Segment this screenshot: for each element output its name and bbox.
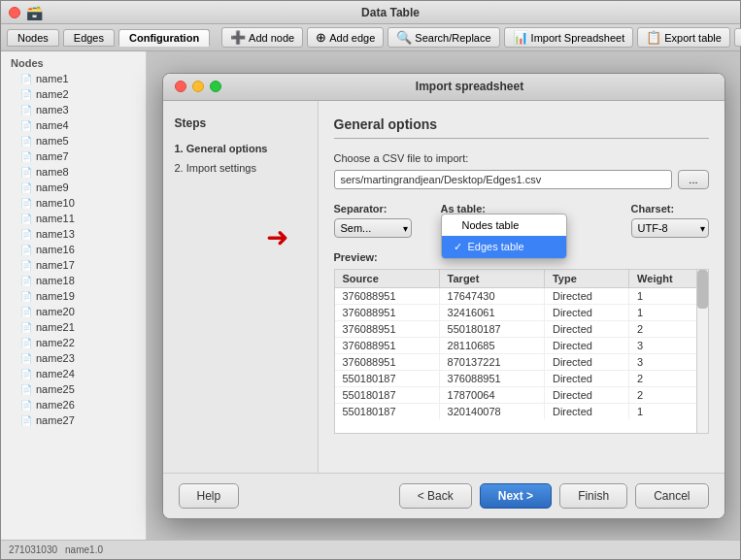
export-table-button[interactable]: 📋 Export table xyxy=(637,27,730,48)
table-cell: Directed xyxy=(544,403,628,419)
step-2: 2. Import settings xyxy=(175,161,306,175)
steps-title: Steps xyxy=(175,116,306,130)
col-source: Source xyxy=(335,270,440,288)
modal-body: Steps 1. General options 2. Import setti… xyxy=(163,101,724,473)
sidebar-item-name18[interactable]: name18 xyxy=(1,273,146,288)
finish-button[interactable]: Finish xyxy=(559,483,627,509)
import-icon: 📊 xyxy=(513,30,528,45)
red-arrow-icon: ➜ xyxy=(266,224,288,251)
col-target: Target xyxy=(439,270,544,288)
modal-close-button[interactable] xyxy=(175,81,186,92)
table-cell: Directed xyxy=(544,304,628,320)
arrow-indicator: ➜ xyxy=(266,224,288,251)
sidebar-header: Nodes xyxy=(1,55,146,71)
table-cell: 320140078 xyxy=(439,403,544,419)
table-cell: Directed xyxy=(544,370,628,386)
tab-nodes[interactable]: Nodes xyxy=(7,29,59,47)
export-icon: 📋 xyxy=(646,30,661,45)
import-spreadsheet-button[interactable]: 📊 Import Spreadsheet xyxy=(504,27,634,48)
next-button[interactable]: Next > xyxy=(480,483,552,509)
sidebar-item-name16[interactable]: name16 xyxy=(1,242,146,257)
table-cell: 550180187 xyxy=(335,386,440,403)
modal-content: General options Choose a CSV file to imp… xyxy=(319,101,724,473)
search-replace-button[interactable]: 🔍 Search/Replace xyxy=(387,27,499,48)
sidebar-item-name4[interactable]: name4 xyxy=(1,117,146,133)
sidebar-item-name24[interactable]: name24 xyxy=(1,366,146,381)
modal-max-button[interactable] xyxy=(210,81,221,92)
separator-label: Separator: xyxy=(334,203,412,214)
add-node-button[interactable]: ➕ Add node xyxy=(221,27,303,48)
tab-edges[interactable]: Edges xyxy=(63,29,115,47)
modal-title: Import spreadsheet xyxy=(227,80,713,93)
sidebar-item-name10[interactable]: name10 xyxy=(1,195,146,211)
browse-button[interactable]: ... xyxy=(678,170,708,189)
file-path-field[interactable]: sers/martingrandjean/Desktop/Edges1.csv xyxy=(334,170,673,189)
scrollbar-thumb[interactable] xyxy=(697,270,708,309)
sidebar-item-name22[interactable]: name22 xyxy=(1,335,146,350)
sidebar-item-name26[interactable]: name26 xyxy=(1,397,146,412)
status-text2: name1.0 xyxy=(65,544,103,555)
as-table-group: As table: Nodes table xyxy=(441,203,486,218)
table-row: 550180187376088951Directed2 xyxy=(335,370,708,386)
window-close-btn[interactable] xyxy=(9,7,20,18)
main-window: 🗃️ Data Table Nodes Edges Configuration … xyxy=(0,0,741,560)
sidebar-item-name13[interactable]: name13 xyxy=(1,226,146,242)
tab-configuration[interactable]: Configuration xyxy=(118,29,210,47)
file-row: sers/martingrandjean/Desktop/Edges1.csv … xyxy=(334,170,709,189)
sidebar-item-name3[interactable]: name3 xyxy=(1,102,146,117)
preview-table: Source Target Type Weight 37608895117647… xyxy=(335,270,708,419)
charset-label: Charset: xyxy=(631,203,709,214)
sidebar-item-name7[interactable]: name7 xyxy=(1,148,146,164)
modal-min-button[interactable] xyxy=(192,81,204,92)
sidebar-item-name19[interactable]: name19 xyxy=(1,288,146,304)
content-area: Nodes name1name2name3name4name5name7name… xyxy=(1,51,740,540)
sidebar-item-name1[interactable]: name1 xyxy=(1,71,146,86)
table-cell: Directed xyxy=(544,353,628,370)
sidebar-item-name23[interactable]: name23 xyxy=(1,350,146,366)
import-modal: Import spreadsheet Steps 1. General opti… xyxy=(162,73,725,519)
modal-title-bar: Import spreadsheet xyxy=(163,74,724,101)
table-cell: 870137221 xyxy=(439,353,544,370)
table-row: 550180187320140078Directed1 xyxy=(335,403,708,419)
options-row: ➜ Separator: Sem... ▾ xyxy=(334,203,709,238)
table-cell: Directed xyxy=(544,386,628,403)
charset-group: Charset: UTF-8 ▾ xyxy=(631,203,709,238)
edges-table-option[interactable]: ✓ Edges table xyxy=(442,236,566,258)
sidebar-item-name25[interactable]: name25 xyxy=(1,381,146,397)
charset-select[interactable]: UTF-8 xyxy=(631,218,709,238)
as-table-label: As table: xyxy=(441,203,486,214)
table-cell: 376088951 xyxy=(335,304,440,320)
sidebar-item-name27[interactable]: name27 xyxy=(1,412,146,428)
table-row: 376088951870137221Directed3 xyxy=(335,353,708,370)
cancel-button[interactable]: Cancel xyxy=(635,483,708,509)
nodes-table-option[interactable]: Nodes table xyxy=(442,214,566,236)
sidebar-item-name11[interactable]: name11 xyxy=(1,211,146,226)
separator-select[interactable]: Sem... xyxy=(334,218,412,238)
back-button[interactable]: < Back xyxy=(399,483,472,509)
table-cell: 17870064 xyxy=(439,386,544,403)
sidebar-item-name2[interactable]: name2 xyxy=(1,86,146,102)
preview-table-container: Source Target Type Weight 37608895117647… xyxy=(334,269,709,434)
sidebar-item-name17[interactable]: name17 xyxy=(1,257,146,273)
table-cell: 550180187 xyxy=(439,320,544,337)
more-button[interactable]: 🔧 xyxy=(734,28,741,47)
title-bar: 🗃️ Data Table xyxy=(1,1,740,24)
sidebar-item-name5[interactable]: name5 xyxy=(1,133,146,148)
separator-select-wrapper: Sem... ▾ xyxy=(334,218,412,238)
sidebar-item-name20[interactable]: name20 xyxy=(1,304,146,319)
add-edge-button[interactable]: ⊕ Add edge xyxy=(307,27,384,48)
sidebar-item-name8[interactable]: name8 xyxy=(1,164,146,180)
sidebar-item-name21[interactable]: name21 xyxy=(1,319,146,335)
sidebar-item-name9[interactable]: name9 xyxy=(1,180,146,195)
as-table-dropdown[interactable]: Nodes table ✓ Edges table xyxy=(441,214,567,259)
step-1: 1. General options xyxy=(175,142,306,155)
search-icon: 🔍 xyxy=(396,30,412,45)
scrollbar-track[interactable] xyxy=(696,270,708,433)
charset-select-wrapper: UTF-8 ▾ xyxy=(631,218,709,238)
table-row: 37608895128110685Directed3 xyxy=(335,337,708,353)
table-cell: Directed xyxy=(544,287,628,304)
window-icon: 🗃️ xyxy=(26,5,43,20)
sidebar: Nodes name1name2name3name4name5name7name… xyxy=(1,51,147,540)
steps-panel: Steps 1. General options 2. Import setti… xyxy=(163,101,319,473)
help-button[interactable]: Help xyxy=(179,483,240,509)
